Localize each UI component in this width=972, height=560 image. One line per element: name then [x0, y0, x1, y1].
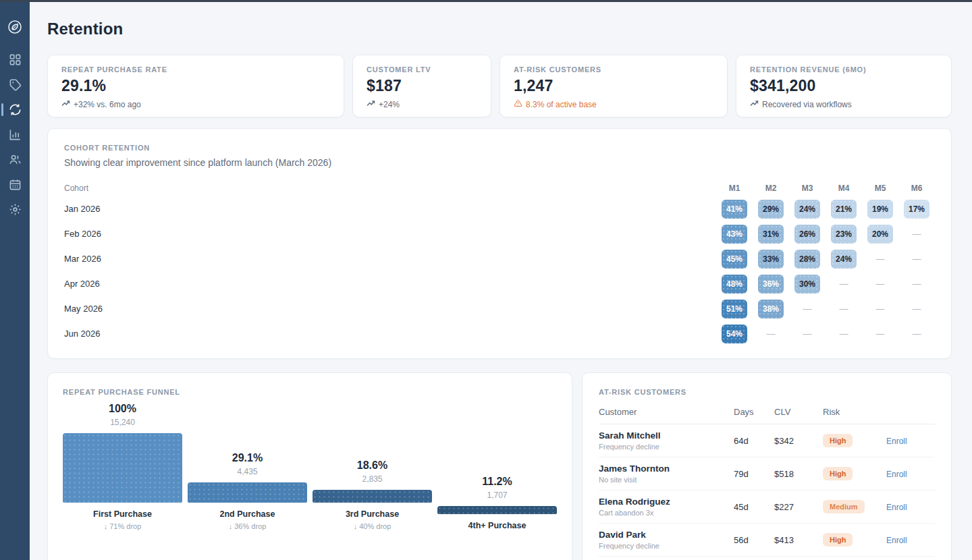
cohort-cell-track: 36%: [753, 275, 789, 293]
cohort-cell-track: 24%: [826, 250, 862, 269]
retention-heat-cell: 20%: [867, 225, 893, 244]
retention-heat-cell: 26%: [794, 225, 820, 244]
kpi-value: $187: [367, 77, 477, 95]
empty-cell-marker: —: [876, 304, 885, 314]
funnel-stage: 18.6%2,8353rd Purchase↓ 40% drop: [313, 459, 432, 530]
sidebar-item-products[interactable]: [0, 72, 30, 97]
enroll-link[interactable]: Enroll: [886, 536, 907, 545]
risk-cell: High: [823, 434, 886, 447]
kpi-label: RETENTION REVENUE (6MO): [750, 65, 938, 74]
at-risk-table-header: Customer Days CLV Risk: [599, 407, 935, 424]
funnel-stage-count: 2,835: [362, 474, 382, 484]
funnel-stage-percent: 100%: [109, 403, 136, 415]
days-cell: 56d: [734, 535, 774, 545]
funnel-bar: [63, 433, 182, 503]
funnel-stage-percent: 29.1%: [232, 452, 263, 464]
leaf-logo-icon[interactable]: [0, 14, 30, 39]
at-risk-customers-card: AT-RISK CUSTOMERS Customer Days CLV Risk…: [582, 372, 952, 560]
cohort-cell-track: 24%: [789, 200, 826, 219]
cohort-cell-track: 21%: [826, 200, 862, 219]
kpi-value: 29.1%: [61, 77, 330, 95]
cohort-cell-track: —: [753, 329, 789, 339]
at-risk-section-title: AT-RISK CUSTOMERS: [599, 388, 935, 396]
cohort-row: May 202651%38%————: [64, 296, 935, 321]
sidebar-item-retention[interactable]: [0, 97, 30, 122]
sidebar-item-dashboard[interactable]: [0, 47, 30, 72]
customer-risk-reason: No site visit: [599, 476, 734, 484]
risk-cell: High: [823, 467, 886, 480]
funnel-drop-label: ↓ 71% drop: [104, 522, 142, 530]
month-header-m5: M5: [862, 184, 898, 193]
customer-name: Elena Rodriguez: [599, 497, 734, 507]
enroll-link[interactable]: Enroll: [886, 470, 907, 479]
retention-heat-cell: 38%: [758, 300, 784, 318]
retention-heat-cell: 24%: [794, 200, 820, 219]
funnel-section-title: REPEAT PURCHASE FUNNEL: [63, 388, 557, 396]
at-risk-table-row: David ParkFrequency decline56d$413HighEn…: [599, 524, 935, 557]
action-cell: Enroll: [886, 501, 935, 513]
cohort-row: Jun 202654%—————: [64, 321, 935, 346]
kpi-card-repeat-purchase-rate: REPEAT PURCHASE RATE 29.1% +32% vs. 6mo …: [47, 55, 344, 117]
risk-badge: Medium: [823, 500, 865, 513]
customer-risk-reason: Frequency decline: [599, 443, 734, 451]
enroll-link[interactable]: Enroll: [886, 437, 907, 446]
customer-risk-reason: Frequency decline: [599, 542, 734, 550]
cohort-cell-track: 33%: [753, 250, 789, 269]
cohort-cell-track: —: [826, 279, 862, 289]
funnel-drop-label: ↓ 36% drop: [229, 522, 267, 530]
cohort-row: Mar 202645%33%28%24%——: [64, 246, 935, 271]
retention-heat-cell: 31%: [758, 225, 784, 244]
funnel-stage: 100%15,240First Purchase↓ 71% drop: [63, 403, 182, 530]
sidebar-item-analytics[interactable]: [0, 122, 30, 147]
cohort-row: Apr 202648%36%30%———: [64, 271, 935, 296]
cohort-cell-track: 31%: [753, 225, 789, 244]
kpi-label: AT-RISK CUSTOMERS: [514, 65, 713, 74]
cohort-grid-rows: Jan 202641%29%24%21%19%17%Feb 202643%31%…: [64, 196, 935, 346]
action-cell: Enroll: [886, 534, 935, 546]
kpi-trend-text: +24%: [379, 100, 400, 109]
cohort-cell-track: —: [826, 329, 862, 339]
cohort-cell-track: 20%: [862, 225, 898, 244]
funnel-stage-label: 2nd Purchase: [220, 509, 275, 519]
at-risk-table-row: James ThorntonNo site visit79d$518HighEn…: [599, 457, 935, 491]
retention-heat-cell: 48%: [722, 275, 747, 293]
cohort-cell-track: —: [862, 304, 898, 314]
kpi-label: REPEAT PURCHASE RATE: [61, 65, 330, 74]
cohort-cell-track: —: [862, 329, 898, 339]
kpi-trend-text: Recovered via workflows: [762, 100, 852, 109]
kpi-trend: Recovered via workflows: [750, 99, 938, 109]
at-risk-table-row: Elena RodriguezCart abandon 3x45d$227Med…: [599, 491, 935, 524]
sidebar-item-customers[interactable]: [0, 147, 30, 172]
cohort-row-label: Feb 2026: [64, 229, 716, 239]
retention-heat-cell: 28%: [794, 250, 820, 269]
sidebar-item-settings[interactable]: [0, 197, 30, 222]
cohort-cell-track: 26%: [789, 225, 826, 244]
action-cell: Enroll: [886, 468, 935, 480]
retention-heat-cell: 24%: [831, 250, 857, 269]
funnel-stage-label: 3rd Purchase: [346, 509, 399, 519]
sidebar-item-calendar[interactable]: [0, 172, 30, 197]
days-cell: 64d: [734, 436, 774, 446]
month-header-m6: M6: [898, 184, 935, 193]
funnel-stage: 29.1%4,4352nd Purchase↓ 36% drop: [188, 452, 307, 530]
cohort-cell-track: 48%: [716, 275, 753, 293]
enroll-link[interactable]: Enroll: [886, 503, 907, 512]
at-risk-table-row: Sarah MitchellFrequency decline64d$342Hi…: [599, 424, 935, 457]
cohort-cell-track: 23%: [826, 225, 862, 244]
cohort-retention-card: COHORT RETENTION Showing clear improveme…: [47, 128, 952, 359]
retention-heat-cell: 33%: [758, 250, 784, 269]
cohort-cell-track: —: [898, 279, 935, 289]
funnel-stage-count: 1,707: [487, 491, 507, 500]
empty-cell-marker: —: [913, 304, 921, 314]
main-content: Retention REPEAT PURCHASE RATE 29.1% +32…: [30, 2, 972, 560]
empty-cell-marker: —: [803, 304, 812, 314]
empty-cell-marker: —: [876, 329, 885, 339]
empty-cell-marker: —: [840, 279, 848, 289]
risk-badge: High: [823, 434, 853, 447]
cohort-cell-track: —: [862, 279, 898, 289]
cohort-cell-track: —: [898, 254, 935, 264]
kpi-value: 1,247: [514, 77, 713, 95]
cohort-cell-track: —: [862, 254, 898, 264]
kpi-card-customer-ltv: CUSTOMER LTV $187 +24%: [352, 55, 491, 117]
funnel-bar: [188, 482, 307, 503]
